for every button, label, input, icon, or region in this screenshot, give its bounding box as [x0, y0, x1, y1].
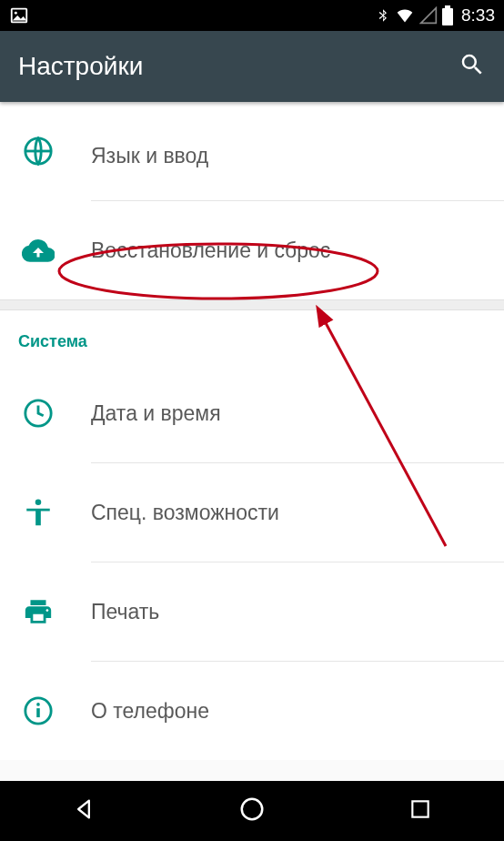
- search-button[interactable]: [459, 51, 486, 82]
- list-item-label: Печать: [91, 600, 159, 624]
- svg-rect-2: [442, 8, 453, 25]
- list-item-label: Дата и время: [91, 401, 221, 426]
- section-gap: [0, 299, 504, 310]
- nav-recent-button[interactable]: [384, 793, 457, 829]
- search-icon: [459, 51, 486, 82]
- battery-icon: [441, 5, 454, 25]
- back-icon: [71, 796, 96, 826]
- list-item-label: О телефоне: [91, 699, 209, 724]
- list-item-about-phone[interactable]: О телефоне: [0, 662, 504, 760]
- list-item-language-input[interactable]: Язык и ввод: [0, 102, 504, 200]
- settings-list: Язык и ввод Восстановление и сброс Систе…: [0, 102, 504, 760]
- svg-point-1: [15, 12, 17, 15]
- page-title: Настройки: [18, 52, 143, 81]
- recent-icon: [408, 797, 432, 825]
- list-item-label: Язык и ввод: [91, 144, 208, 168]
- print-icon: [22, 595, 55, 628]
- home-icon: [238, 795, 266, 826]
- status-bar: 8:33: [0, 0, 504, 31]
- globe-icon: [22, 135, 55, 167]
- svg-rect-12: [412, 801, 428, 816]
- clock-icon: [22, 397, 55, 430]
- accessibility-icon: [22, 496, 55, 529]
- picture-icon: [9, 5, 29, 25]
- svg-point-7: [35, 499, 42, 505]
- navigation-bar: [0, 781, 504, 841]
- list-item-label: Спец. возможности: [91, 501, 279, 525]
- svg-rect-3: [445, 5, 450, 8]
- app-bar: Настройки: [0, 31, 504, 102]
- info-icon: [22, 694, 55, 727]
- nav-back-button[interactable]: [47, 793, 120, 829]
- wifi-icon: [394, 6, 416, 25]
- bluetooth-icon: [376, 5, 390, 25]
- status-time: 8:33: [461, 5, 495, 25]
- list-item-print[interactable]: Печать: [0, 562, 504, 661]
- cell-icon: [419, 6, 438, 25]
- svg-point-10: [36, 703, 40, 706]
- status-left: [9, 5, 29, 25]
- svg-point-11: [242, 799, 263, 820]
- list-item-backup-reset[interactable]: Восстановление и сброс: [0, 201, 504, 299]
- list-item-date-time[interactable]: Дата и время: [0, 364, 504, 462]
- status-right: 8:33: [376, 5, 495, 25]
- list-item-label: Восстановление и сброс: [91, 238, 330, 263]
- nav-home-button[interactable]: [216, 793, 288, 829]
- list-item-accessibility[interactable]: Спец. возможности: [0, 463, 504, 562]
- section-header-system: Система: [0, 310, 504, 364]
- backup-icon: [22, 234, 55, 267]
